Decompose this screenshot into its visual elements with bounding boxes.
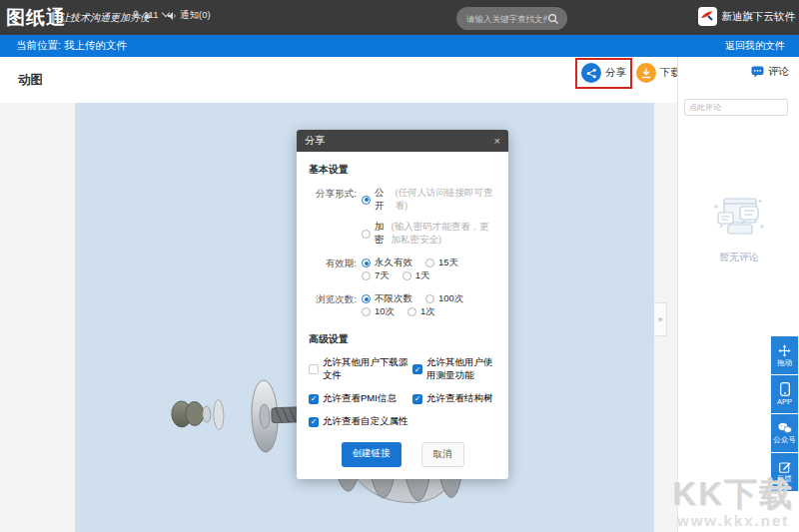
comment-icon bbox=[751, 66, 764, 78]
back-to-files-link[interactable]: 返回我的文件 bbox=[725, 39, 785, 53]
checkbox-checked-icon: ✓ bbox=[309, 417, 319, 427]
basic-settings-title: 基本设置 bbox=[309, 163, 496, 177]
checkbox-label: 允许查看结构树 bbox=[426, 392, 493, 405]
radio-label: 10次 bbox=[375, 305, 395, 318]
views-row: 浏览次数: 不限次数 100次 10次 1次 bbox=[309, 292, 496, 318]
checkbox-view-custom-props[interactable]: ✓允许查看自定义属性 bbox=[309, 415, 412, 428]
page-title: 动图 bbox=[18, 72, 43, 89]
radio-validity-1d[interactable]: 1天 bbox=[402, 269, 430, 282]
share-button[interactable]: 分享 bbox=[581, 63, 626, 83]
radio-public[interactable]: 公开 (任何人访问链接即可查看) bbox=[362, 187, 496, 213]
notification-icon bbox=[167, 11, 177, 21]
views-label: 浏览次数: bbox=[309, 292, 357, 306]
radio-encrypted-hint: (输入密码才能查看，更加私密安全) bbox=[391, 221, 496, 247]
side-toolbar: 拖动 APP 公众号 反馈 bbox=[771, 336, 798, 491]
cancel-button[interactable]: 取消 bbox=[421, 442, 464, 467]
radio-encrypted[interactable]: 加密 (输入密码才能查看，更加私密安全) bbox=[362, 221, 496, 247]
app-button[interactable]: APP bbox=[771, 375, 798, 413]
share-type-row-2: 加密 (输入密码才能查看，更加私密安全) bbox=[362, 221, 496, 247]
search-icon[interactable] bbox=[547, 13, 559, 25]
validity-label: 有效期: bbox=[309, 257, 357, 270]
radio-validity-7d[interactable]: 7天 bbox=[362, 269, 390, 282]
radio-label: 7天 bbox=[375, 269, 390, 282]
drag-button[interactable]: 拖动 bbox=[771, 336, 798, 374]
checkbox-checked-icon: ✓ bbox=[309, 394, 319, 404]
breadcrumb-bar: 当前位置: 我上传的文件 返回我的文件 bbox=[0, 35, 799, 57]
radio-label: 1天 bbox=[415, 269, 430, 282]
share-type-row: 分享形式: 公开 (任何人访问链接即可查看) bbox=[309, 187, 496, 213]
no-comments-illustration-icon bbox=[710, 197, 768, 241]
user-icon bbox=[131, 10, 141, 20]
share-type-label: 分享形式: bbox=[309, 187, 357, 201]
brand-logo-icon bbox=[698, 7, 717, 26]
official-account-label: 公众号 bbox=[773, 436, 796, 444]
share-dialog-titlebar: 分享 × bbox=[297, 130, 508, 152]
brand-label: 新迪旗下云软件 bbox=[722, 10, 796, 24]
comments-header[interactable]: 评论 bbox=[751, 65, 789, 79]
checkbox-allow-measure[interactable]: ✓允许其他用户使用测量功能 bbox=[412, 356, 496, 382]
radio-unchecked-icon bbox=[402, 271, 411, 280]
search-input[interactable] bbox=[466, 14, 547, 24]
app-logo: 图纸通 bbox=[6, 5, 66, 31]
share-dialog: 分享 × 基本设置 分享形式: 公开 (任何人访问链接即可查看) 加密 bbox=[297, 130, 508, 479]
advanced-settings-title: 高级设置 bbox=[309, 332, 496, 346]
radio-views-unlimited[interactable]: 不限次数 bbox=[362, 292, 412, 305]
radio-views-10[interactable]: 10次 bbox=[362, 305, 395, 318]
notifications[interactable]: 通知(0) bbox=[167, 9, 211, 22]
dialog-buttons: 创建链接 取消 bbox=[309, 442, 496, 467]
close-icon[interactable]: × bbox=[494, 136, 500, 147]
checkbox-checked-icon: ✓ bbox=[412, 394, 422, 404]
radio-public-label: 公开 bbox=[375, 187, 392, 213]
radio-validity-forever[interactable]: 永久有效 bbox=[362, 257, 412, 269]
breadcrumb: 当前位置: 我上传的文件 bbox=[16, 39, 127, 53]
user-name: 111 bbox=[144, 9, 158, 20]
checkbox-view-pmi[interactable]: ✓允许查看PMI信息 bbox=[309, 392, 412, 405]
comment-input[interactable] bbox=[684, 99, 788, 116]
radio-label: 不限次数 bbox=[375, 292, 412, 305]
official-account-button[interactable]: 公众号 bbox=[771, 414, 798, 452]
top-bar: 图纸通 | 让技术沟通更加方便 111 通知(0) 新迪旗下云软件 bbox=[0, 0, 799, 35]
radio-encrypted-label: 加密 bbox=[375, 221, 388, 247]
radio-public-hint: (任何人访问链接即可查看) bbox=[395, 187, 496, 213]
validity-row: 有效期: 永久有效 15天 7天 1天 bbox=[309, 257, 496, 282]
radio-unchecked-icon bbox=[362, 307, 371, 316]
radio-unchecked-icon bbox=[362, 230, 371, 239]
notice-label: 通知(0) bbox=[180, 9, 211, 22]
phone-icon bbox=[780, 382, 790, 396]
app-label: APP bbox=[777, 398, 792, 406]
brand-group[interactable]: 新迪旗下云软件 bbox=[698, 7, 796, 26]
user-menu[interactable]: 111 bbox=[131, 9, 169, 20]
share-dialog-title: 分享 bbox=[305, 134, 325, 148]
radio-validity-15d[interactable]: 15天 bbox=[425, 257, 458, 269]
comments-header-label: 评论 bbox=[768, 65, 789, 79]
radio-checked-icon bbox=[362, 294, 371, 303]
radio-views-100[interactable]: 100次 bbox=[425, 292, 463, 305]
collapse-glyph: » bbox=[657, 314, 662, 324]
search-bar[interactable] bbox=[456, 7, 567, 30]
create-link-button[interactable]: 创建链接 bbox=[342, 442, 401, 467]
checkbox-checked-icon: ✓ bbox=[412, 364, 422, 374]
radio-label: 15天 bbox=[438, 257, 458, 269]
share-label: 分享 bbox=[605, 66, 626, 80]
feedback-edit-icon bbox=[779, 461, 791, 473]
radio-label: 1次 bbox=[420, 305, 435, 318]
feedback-button[interactable]: 反馈 bbox=[771, 453, 798, 491]
checkbox-allow-download-source[interactable]: 允许其他用户下载源文件 bbox=[309, 356, 412, 382]
logo-divider: | bbox=[52, 6, 56, 23]
title-row bbox=[0, 57, 677, 103]
checkbox-label: 允许其他用户下载源文件 bbox=[323, 356, 412, 382]
comments-empty-state: 暂无评论 bbox=[678, 197, 799, 265]
panel-collapse-handle[interactable]: » bbox=[654, 302, 667, 336]
radio-views-1[interactable]: 1次 bbox=[407, 305, 435, 318]
advanced-options-grid: 允许其他用户下载源文件 ✓允许其他用户使用测量功能 ✓允许查看PMI信息 ✓允许… bbox=[309, 356, 496, 428]
download-button[interactable]: 下载 bbox=[636, 63, 681, 83]
checkbox-unchecked-icon bbox=[309, 364, 319, 374]
share-icon bbox=[581, 63, 601, 83]
radio-checked-icon bbox=[362, 196, 371, 205]
feedback-label: 反馈 bbox=[777, 475, 792, 483]
checkbox-label: 允许查看PMI信息 bbox=[323, 392, 397, 405]
checkbox-view-tree[interactable]: ✓允许查看结构树 bbox=[412, 392, 496, 405]
drag-label: 拖动 bbox=[777, 359, 792, 367]
share-dialog-body: 基本设置 分享形式: 公开 (任何人访问链接即可查看) 加密 (输入密码才能查看… bbox=[297, 152, 508, 479]
radio-unchecked-icon bbox=[362, 271, 371, 280]
